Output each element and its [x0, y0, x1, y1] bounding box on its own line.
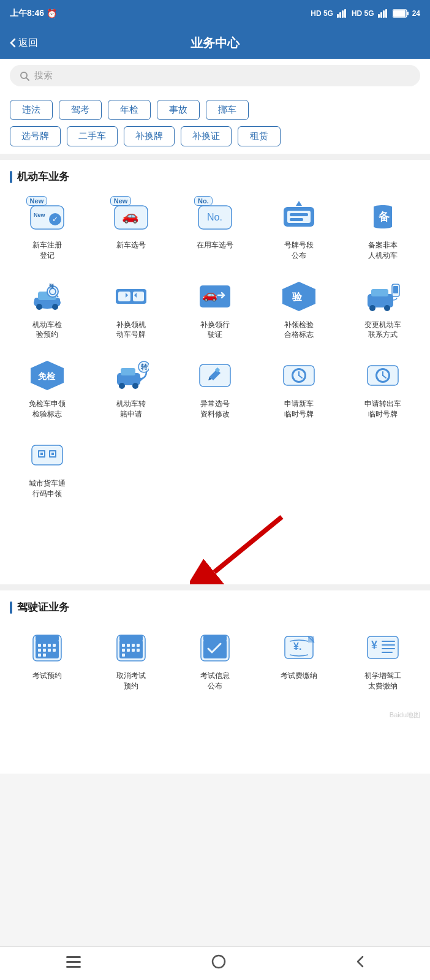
city-truck-icon — [29, 437, 66, 473]
svg-point-54 — [132, 383, 138, 389]
tag-move-car[interactable]: 挪车 — [206, 100, 249, 120]
item-label-exam-fee: 考试费缴纳 — [281, 671, 317, 681]
get-inspect-badge-icon: 验 — [281, 278, 317, 315]
status-signal2: HD 5G — [352, 9, 374, 18]
svg-text:¥.: ¥. — [293, 641, 301, 652]
tags-row-2: 选号牌 二手车 补换牌 补换证 租赁 — [10, 126, 420, 146]
svg-rect-100 — [127, 649, 130, 652]
svg-rect-9 — [393, 10, 405, 17]
tag-accident[interactable]: 事故 — [157, 100, 200, 120]
svg-rect-10 — [407, 12, 409, 15]
bottom-nav — [0, 946, 430, 980]
svg-line-78 — [214, 517, 282, 572]
item-abnormal-select[interactable]: 异常选号资料修改 — [173, 347, 257, 427]
badge-new-1: New — [26, 196, 48, 206]
svg-rect-70 — [32, 445, 62, 465]
item-label-exempt-inspect: 免检车申领检验标志 — [29, 399, 66, 420]
status-bar: 上午8:46 ⏰ HD 5G HD 5G 24 — [0, 0, 430, 27]
item-temp-plate-out[interactable]: 申请转出车临时号牌 — [341, 347, 425, 427]
section-bar — [10, 171, 12, 183]
tag-replace-plate[interactable]: 补换牌 — [124, 126, 175, 146]
back-button[interactable]: 返回 — [10, 37, 59, 50]
svg-rect-88 — [48, 649, 51, 652]
item-replace-plate[interactable]: 补换领机动车号牌 — [89, 268, 173, 348]
item-temp-plate-new[interactable]: 申请新车临时号牌 — [257, 347, 341, 427]
tag-violation[interactable]: 违法 — [10, 100, 53, 120]
search-container: 搜索 — [0, 59, 430, 92]
item-replace-license[interactable]: 🚗 补换领行驶证 — [173, 268, 257, 348]
item-city-truck[interactable]: 城市货车通行码申领 — [5, 427, 89, 507]
battery-level: 24 — [412, 9, 420, 18]
svg-rect-76 — [51, 453, 54, 455]
svg-rect-82 — [38, 644, 41, 647]
item-label-new-car-select: 新车选号 — [116, 240, 146, 251]
svg-rect-98 — [137, 644, 140, 647]
svg-point-30 — [36, 304, 42, 310]
exam-fee-icon: ¥. — [281, 629, 317, 666]
search-placeholder: 搜索 — [34, 70, 53, 81]
svg-rect-120 — [213, 956, 225, 968]
svg-point-31 — [52, 304, 58, 310]
svg-rect-90 — [38, 654, 41, 657]
svg-rect-5 — [380, 12, 382, 18]
tag-annual-inspection[interactable]: 年检 — [108, 100, 151, 120]
watermark-container: Baidu地图 — [0, 704, 430, 725]
item-new-car-select[interactable]: 🚗 New 新车选号 — [89, 189, 173, 268]
item-initial-fee[interactable]: ¥ 初学增驾工太费缴纳 — [341, 619, 425, 699]
item-label-initial-fee: 初学增驾工太费缴纳 — [364, 671, 401, 692]
svg-rect-91 — [43, 654, 46, 657]
svg-rect-117 — [66, 956, 81, 958]
item-get-inspect-badge[interactable]: 验 补领检验合格标志 — [257, 268, 341, 348]
item-change-contact[interactable]: 变更机动车联系方式 — [341, 268, 425, 348]
signal-icon — [337, 9, 348, 18]
item-vehicle-inspect-appt[interactable]: 预 机动车检验预约 — [5, 268, 89, 348]
menu-button[interactable] — [65, 955, 82, 972]
item-label-file-vehicle: 备案非本人机动车 — [368, 240, 398, 261]
svg-text:免检: 免检 — [37, 371, 56, 381]
tag-driving-exam[interactable]: 驾考 — [59, 100, 102, 120]
svg-rect-81 — [36, 635, 59, 641]
initial-fee-icon: ¥ — [364, 629, 401, 666]
svg-line-12 — [26, 78, 29, 80]
tag-rental[interactable]: 租赁 — [238, 126, 281, 146]
item-exam-info[interactable]: 考试信息公布 — [173, 619, 257, 699]
back-nav-button[interactable] — [355, 954, 365, 973]
tag-select-plate[interactable]: 选号牌 — [10, 126, 61, 146]
item-cancel-exam[interactable]: 取消考试预约 — [89, 619, 173, 699]
item-used-car-select[interactable]: No. No. 在用车选号 — [173, 189, 257, 268]
item-exam-fee[interactable]: ¥. 考试费缴纳 — [257, 619, 341, 699]
item-label-city-truck: 城市货车通行码申领 — [29, 478, 66, 499]
svg-rect-118 — [66, 961, 81, 963]
item-new-car-register[interactable]: New ✓ New 新车注册登记 — [5, 189, 89, 268]
svg-text:备: 备 — [378, 211, 390, 223]
item-plate-section[interactable]: 号牌号段公布 — [257, 189, 341, 268]
svg-rect-24 — [290, 218, 303, 221]
tag-used-car[interactable]: 二手车 — [67, 126, 118, 146]
tag-replace-cert[interactable]: 补换证 — [181, 126, 232, 146]
item-exempt-inspect[interactable]: 免检 免检车申领检验标志 — [5, 347, 89, 427]
svg-rect-6 — [383, 10, 385, 18]
item-label-change-contact: 变更机动车联系方式 — [364, 320, 401, 341]
item-label-replace-plate: 补换领机动车号牌 — [116, 320, 146, 341]
driving-license-grid: 考试预约 取消考试预约 — [0, 619, 430, 704]
badge-no: No. — [194, 196, 213, 206]
transfer-register-icon: 转 — [113, 357, 149, 394]
temp-plate-new-icon — [281, 357, 317, 394]
svg-text:预: 预 — [49, 284, 55, 289]
red-arrow-svg — [190, 511, 312, 584]
search-box[interactable]: 搜索 — [10, 65, 420, 86]
svg-text:🚗: 🚗 — [122, 208, 139, 224]
svg-text:New: New — [34, 212, 46, 218]
item-file-vehicle[interactable]: 备 备案非本人机动车 — [341, 189, 425, 268]
page-title: 业务中心 — [59, 35, 371, 51]
item-label-new-car-register: 新车注册登记 — [32, 240, 62, 261]
item-label-abnormal-select: 异常选号资料修改 — [200, 399, 230, 420]
item-label-exam-appt: 考试预约 — [32, 671, 62, 681]
item-exam-appt[interactable]: 考试预约 — [5, 619, 89, 699]
home-button[interactable] — [211, 954, 226, 973]
item-label-plate-section: 号牌号段公布 — [284, 240, 314, 261]
exam-info-icon — [197, 629, 233, 666]
svg-rect-4 — [378, 14, 380, 18]
item-transfer-register[interactable]: 转 机动车转籍申请 — [89, 347, 173, 427]
section-bar-2 — [10, 601, 12, 614]
